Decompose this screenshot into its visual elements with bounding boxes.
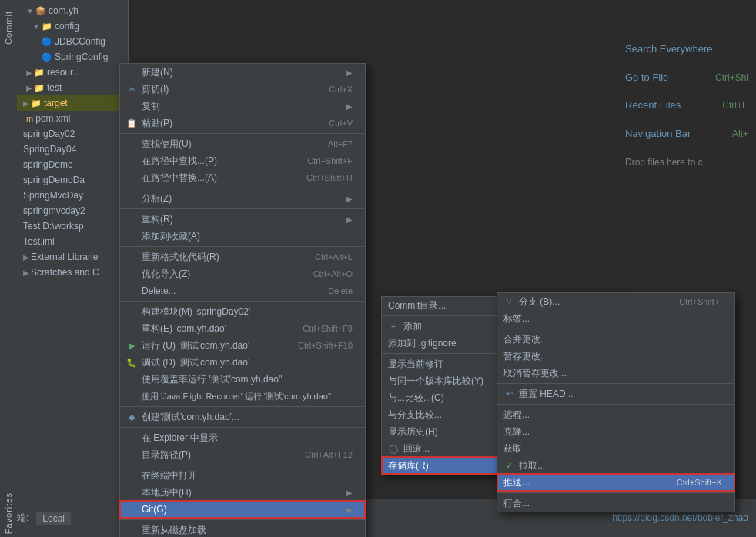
commit-sidebar-label[interactable]: Commit bbox=[2, 8, 15, 48]
repo-reset-head[interactable]: ↶ 重置 HEAD... bbox=[497, 385, 734, 402]
menu-optimize-imports[interactable]: 优化导入(Z) Ctrl+Alt+O bbox=[120, 265, 365, 282]
tree-item-target[interactable]: ▶ 📁 target bbox=[17, 95, 128, 111]
menu-create-config[interactable]: ◆ 创建'测试'com.yh.dao'... bbox=[120, 409, 365, 425]
tree-item-springconfig[interactable]: 🔵 SpringConfig bbox=[17, 49, 128, 65]
separator bbox=[120, 427, 365, 428]
repo-stash[interactable]: 暂存更改... bbox=[497, 348, 734, 365]
hint-goto-file: Go to File Ctrl+Shi bbox=[625, 67, 748, 89]
menu-refactor-module[interactable]: 重构(E) 'com.yh.dao' Ctrl+Shift+F9 bbox=[120, 320, 365, 337]
menu-debug[interactable]: 🐛 调试 (D) '测试'com.yh.dao' bbox=[120, 354, 365, 371]
check-icon: ✓ bbox=[503, 461, 514, 471]
local-tab[interactable]: Local bbox=[36, 512, 71, 525]
tree-item-springmvcday2[interactable]: springmvcday2 bbox=[17, 203, 128, 218]
separator bbox=[497, 383, 734, 384]
run-icon: ▶ bbox=[126, 341, 137, 351]
tree-arrow: ▶ bbox=[23, 268, 29, 277]
separator bbox=[497, 329, 734, 329]
paste-icon: 📋 bbox=[126, 118, 137, 128]
cut-icon: ✂ bbox=[126, 85, 137, 95]
repo-unstash[interactable]: 取消暂存更改... bbox=[497, 365, 734, 382]
repository-submenu: ⑂ 分支 (B)... Ctrl+Shift+` 标签... 合并更改... 暂… bbox=[497, 292, 735, 512]
folder-icon: 📁 bbox=[42, 22, 52, 32]
separator bbox=[120, 188, 365, 188]
tree-item-testiml[interactable]: Test.iml bbox=[17, 234, 128, 249]
tree-item-springdemo[interactable]: springDemo bbox=[17, 157, 128, 172]
tree-arrow: ▼ bbox=[32, 22, 40, 31]
tree-item-springmvcday[interactable]: SpringMvcDay bbox=[17, 188, 128, 203]
tree-item-external-libs[interactable]: ▶ External Librarie bbox=[17, 249, 128, 265]
repo-remotes[interactable]: 远程... bbox=[497, 406, 734, 423]
create-icon: ◆ bbox=[126, 412, 137, 422]
repo-pull[interactable]: ✓ 拉取... bbox=[497, 457, 734, 474]
menu-local-history[interactable]: 本地历中(H) ▶ bbox=[120, 484, 365, 501]
menu-new[interactable]: 新建(N) ▶ bbox=[120, 64, 365, 81]
tree-item-config[interactable]: ▼ 📁 config bbox=[17, 18, 128, 34]
main-context-menu: 新建(N) ▶ ✂ 剪切(I) Ctrl+X 复制 ▶ 📋 粘贴(P) Ctrl… bbox=[119, 63, 366, 537]
repo-merge[interactable]: 合并更改... bbox=[497, 331, 734, 348]
menu-run-jfr[interactable]: 使用 'Java Flight Recorder' 运行 '测试'com.yh.… bbox=[120, 388, 365, 405]
tree-arrow: ▶ bbox=[26, 68, 32, 77]
separator bbox=[497, 492, 734, 493]
hint-drop-files: Drop files here to c bbox=[625, 152, 748, 172]
menu-refactor[interactable]: 重构(R) ▶ bbox=[120, 211, 365, 228]
separator bbox=[120, 465, 365, 465]
menu-reload-from-disk[interactable]: 重新从磁盘加载 bbox=[120, 522, 365, 537]
repo-push[interactable]: 推送... Ctrl+Shift+K bbox=[497, 474, 734, 491]
folder-icon: 📁 bbox=[34, 83, 45, 93]
add-icon: + bbox=[388, 322, 399, 331]
repo-fetch[interactable]: 获取 bbox=[497, 440, 734, 457]
xml-icon: m bbox=[26, 114, 33, 123]
java-icon: 🔵 bbox=[42, 52, 52, 62]
separator bbox=[120, 133, 365, 134]
project-tree: ▼ 📦 com.yh ▼ 📁 config 🔵 JDBCConfig 🔵 Spr… bbox=[17, 0, 128, 283]
separator bbox=[120, 301, 365, 302]
tree-arrow: ▼ bbox=[26, 7, 34, 15]
menu-open-terminal[interactable]: 在终端中打开 bbox=[120, 467, 365, 484]
favorites-sidebar-label[interactable]: Favorites bbox=[2, 489, 15, 537]
tree-item-jdbcconfig[interactable]: 🔵 JDBCConfig bbox=[17, 34, 128, 49]
menu-find-usages[interactable]: 查找使用(U) Alt+F7 bbox=[120, 135, 365, 152]
tree-item-pomxml[interactable]: m pom.xml bbox=[17, 111, 128, 126]
separator bbox=[120, 406, 365, 407]
repo-tag[interactable]: 标签... bbox=[497, 310, 734, 327]
menu-delete[interactable]: Delete... Delete bbox=[120, 282, 365, 299]
folder-icon: 📁 bbox=[34, 68, 45, 78]
menu-reformat[interactable]: 重新格式化代码(R) Ctrl+Alt+L bbox=[120, 248, 365, 265]
tree-item-springday02[interactable]: springDay02 bbox=[17, 126, 128, 142]
menu-run-coverage[interactable]: 使用覆盖率运行 '测试'com.yh.dao'' bbox=[120, 371, 365, 388]
menu-analyze[interactable]: 分析(Z) ▶ bbox=[120, 190, 365, 207]
menu-find-in-path[interactable]: 在路径中查找...(P) Ctrl+Shift+F bbox=[120, 152, 365, 169]
menu-run[interactable]: ▶ 运行 (U) '测试'com.yh.dao' Ctrl+Shift+F10 bbox=[120, 337, 365, 354]
menu-add-favorites[interactable]: 添加到收藏(A) bbox=[120, 228, 365, 245]
repo-branch[interactable]: ⑂ 分支 (B)... Ctrl+Shift+` bbox=[497, 293, 734, 310]
menu-build-module[interactable]: 构建模块(M) 'springDay02' bbox=[120, 303, 365, 320]
rollback-icon: ◯ bbox=[388, 444, 399, 454]
tree-arrow: ▶ bbox=[23, 99, 29, 108]
menu-replace-in-path[interactable]: 在路径中替换...(A) Ctrl+Shift+R bbox=[120, 169, 365, 186]
repo-rebase[interactable]: 行合... bbox=[497, 495, 734, 512]
java-icon: 🔵 bbox=[42, 37, 52, 47]
menu-cut[interactable]: ✂ 剪切(I) Ctrl+X bbox=[120, 81, 365, 98]
tree-item-scratches[interactable]: ▶ Scratches and C bbox=[17, 265, 128, 280]
menu-git[interactable]: Git(G) ▶ bbox=[120, 501, 365, 518]
tree-item-resources[interactable]: ▶ 📁 resour... bbox=[17, 65, 128, 80]
tree-arrow: ▶ bbox=[26, 84, 32, 92]
menu-paste[interactable]: 📋 粘贴(P) Ctrl+V bbox=[120, 115, 365, 132]
hint-nav-bar: Navigation Bar Alt+ bbox=[625, 123, 748, 145]
tree-item-test[interactable]: ▶ 📁 test bbox=[17, 80, 128, 95]
tree-item-test-module[interactable]: Test D:\worksp bbox=[17, 218, 128, 234]
right-hints: Search Everywhere Go to File Ctrl+Shi Re… bbox=[617, 23, 756, 188]
tree-arrow: ▶ bbox=[23, 253, 29, 262]
folder-icon: 📦 bbox=[35, 6, 46, 16]
tree-item-comyh[interactable]: ▼ 📦 com.yh bbox=[17, 3, 128, 18]
tree-item-springday04[interactable]: SpringDay04 bbox=[17, 142, 128, 157]
menu-copy[interactable]: 复制 ▶ bbox=[120, 98, 365, 115]
menu-directory-path[interactable]: 目录路径(P) Ctrl+Alt+F12 bbox=[120, 446, 365, 463]
debug-icon: 🐛 bbox=[126, 358, 137, 368]
hint-search: Search Everywhere bbox=[625, 38, 748, 61]
branch-icon: ⑂ bbox=[503, 297, 514, 306]
menu-show-explorer[interactable]: 在 Explorer 中显示 bbox=[120, 429, 365, 446]
tree-item-springdemoda[interactable]: springDemoDa bbox=[17, 172, 128, 188]
repo-clone[interactable]: 克隆... bbox=[497, 423, 734, 440]
separator bbox=[497, 404, 734, 405]
